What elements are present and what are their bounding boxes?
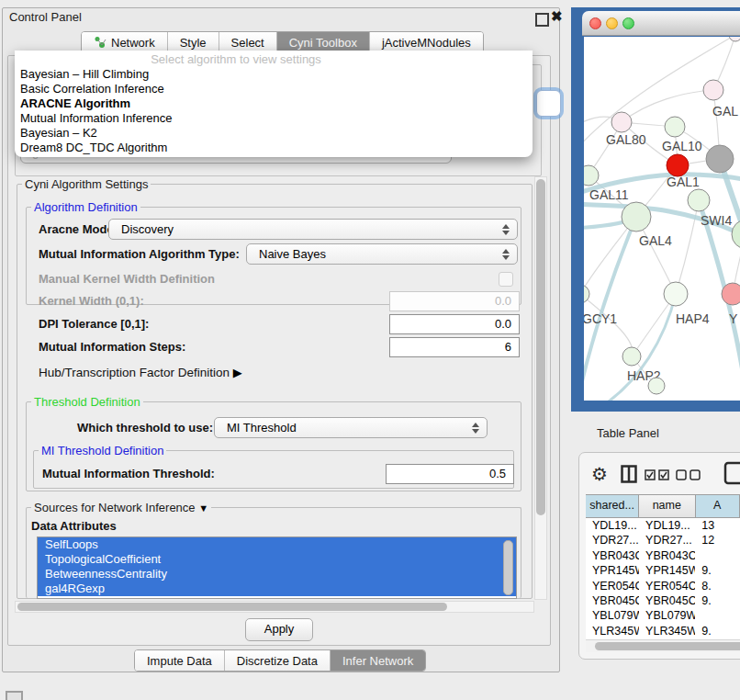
table-horizontal-scrollbar-thumb[interactable]: [595, 642, 740, 650]
network-tab-icon: [94, 36, 107, 49]
table-cell: YLR345W: [639, 624, 695, 638]
aracne-mode-combobox[interactable]: Discovery: [108, 219, 518, 240]
which-threshold-combobox[interactable]: MI Threshold: [214, 417, 488, 438]
gear-icon[interactable]: ⚙: [591, 463, 608, 485]
network-node-gal10[interactable]: [665, 117, 685, 137]
list-scrollbar-thumb[interactable]: [503, 540, 513, 595]
network-node-hap4[interactable]: [664, 282, 688, 306]
expander-down-icon: ▼: [198, 502, 208, 514]
table-cell: 9.: [695, 624, 740, 638]
data-attribute-item[interactable]: SelfLoops: [38, 537, 516, 552]
table-row[interactable]: YDR27...YDR27...12: [586, 533, 740, 548]
table-cell: YPR145W: [639, 563, 695, 578]
manual-kernel-width-checkbox[interactable]: [499, 272, 513, 287]
table-cell: YBR043C: [639, 548, 695, 563]
table-cell: 9.: [695, 563, 740, 578]
aracne-mode-value: Discovery: [121, 222, 174, 236]
table-row[interactable]: YPR145WYPR145W9.: [586, 563, 740, 578]
hub-definition-expander[interactable]: Hub/Transcription Factor Definition ▶: [39, 366, 242, 379]
sources-group-header[interactable]: Sources for Network Inference ▼: [31, 501, 211, 514]
column-header[interactable]: A: [696, 495, 740, 517]
algorithm-combobox-focused-fragment[interactable]: [536, 90, 561, 117]
table-cell: [695, 548, 740, 563]
node-label: HAP4: [676, 311, 710, 326]
table-cell: [695, 608, 740, 623]
column-header[interactable]: shared...: [586, 495, 639, 517]
table-row[interactable]: YBL079WYBL079W: [586, 608, 740, 623]
network-node-gal4[interactable]: [622, 202, 651, 231]
table-row[interactable]: YER054CYER054C8.: [586, 579, 740, 593]
algorithm-option[interactable]: Mutual Information Inference: [15, 111, 533, 126]
tab-infer-network[interactable]: Infer Network: [330, 650, 425, 671]
dpi-tolerance-field[interactable]: 0.0: [389, 314, 520, 334]
close-window-icon[interactable]: [589, 17, 601, 29]
table-cell: YBL079W: [639, 608, 695, 623]
table-horizontal-scrollbar[interactable]: [586, 639, 740, 652]
tab-impute-data[interactable]: Impute Data: [135, 650, 224, 671]
network-node-gal[interactable]: [703, 80, 723, 100]
mi-steps-field[interactable]: 6: [389, 337, 520, 357]
node-label: GAL1: [667, 175, 700, 189]
tab-jactivemnodules[interactable]: jActiveMNodules: [369, 32, 483, 52]
kernel-width-field[interactable]: 0.0: [389, 291, 520, 311]
table-row[interactable]: YBR045CYBR045C9.: [586, 593, 740, 608]
column-header[interactable]: name: [639, 495, 695, 517]
algorithm-option[interactable]: Bayesian – K2: [15, 126, 533, 141]
table-cell: 9.: [695, 593, 740, 608]
data-attribute-item[interactable]: BetweennessCentrality: [38, 567, 516, 581]
network-node[interactable]: [732, 220, 740, 249]
table-partial-icon[interactable]: [723, 461, 740, 485]
zoom-window-icon[interactable]: [622, 17, 634, 29]
threshold-definition-title: Threshold Definition: [31, 395, 143, 409]
table-row[interactable]: YLR345WYLR345W9.: [586, 624, 740, 638]
network-node-gal1[interactable]: [706, 145, 734, 173]
network-graph[interactable]: GALGAL80GAL10GAL1GAL11SWI4GAL4GCY1HAP4YH…: [584, 37, 740, 401]
network-node[interactable]: [667, 154, 689, 176]
settings-vertical-scrollbar[interactable]: [534, 176, 547, 600]
mi-algorithm-type-label: Mutual Information Algorithm Type:: [39, 247, 240, 261]
table-row[interactable]: YDL19...YDL19...13: [586, 518, 740, 533]
table-cell: YPR145W: [586, 563, 639, 578]
settings-horizontal-scrollbar-thumb[interactable]: [17, 603, 447, 611]
mi-algorithm-type-combobox[interactable]: Naive Bayes: [246, 243, 518, 265]
deselect-boxes-icon[interactable]: [676, 469, 701, 480]
settings-horizontal-scrollbar[interactable]: [15, 601, 534, 613]
table-cell: 12: [695, 533, 740, 548]
data-attribute-item[interactable]: TopologicalCoefficient: [38, 552, 516, 567]
network-node-y[interactable]: [722, 283, 740, 305]
tab-style[interactable]: Style: [167, 32, 219, 52]
close-panel-icon[interactable]: ✖: [551, 8, 563, 25]
algorithm-option[interactable]: ARACNE Algorithm: [15, 96, 533, 111]
tab-cyni-toolbox[interactable]: Cyni Toolbox: [276, 32, 369, 52]
table-row[interactable]: YBR043CYBR043C: [586, 548, 740, 563]
network-canvas[interactable]: GALGAL80GAL10GAL1GAL11SWI4GAL4GCY1HAP4YH…: [584, 37, 740, 401]
network-node-gal80[interactable]: [611, 112, 632, 132]
algorithm-option[interactable]: Basic Correlation Inference: [15, 82, 533, 96]
table-panel-title: Table Panel: [597, 426, 659, 440]
select-all-checks-icon[interactable]: [645, 469, 670, 480]
network-window-titlebar[interactable]: [582, 11, 740, 36]
network-node-hap2[interactable]: [622, 347, 641, 366]
node-label: GAL: [712, 104, 738, 119]
data-attribute-item[interactable]: gal4RGexp: [38, 581, 516, 596]
settings-vertical-scrollbar-thumb[interactable]: [536, 179, 545, 515]
tab-discretize-data[interactable]: Discretize Data: [224, 650, 330, 671]
float-window-icon[interactable]: [535, 13, 549, 27]
algorithm-option[interactable]: Dream8 DC_TDC Algorithm: [15, 141, 533, 155]
network-node[interactable]: [648, 378, 665, 394]
minimize-window-icon[interactable]: [606, 17, 618, 29]
split-columns-icon[interactable]: [621, 465, 637, 483]
data-attributes-label: Data Attributes: [31, 519, 117, 533]
network-node-swi4[interactable]: [688, 189, 710, 211]
algorithm-dropdown-popup: Select algorithm to view settings Bayesi…: [15, 51, 533, 157]
node-label: GAL10: [662, 139, 702, 153]
apply-button[interactable]: Apply: [245, 618, 313, 641]
tab-network[interactable]: Network: [82, 32, 167, 52]
table-cell: YBL079W: [586, 608, 639, 623]
tab-select[interactable]: Select: [219, 32, 276, 52]
algorithm-option[interactable]: Bayesian – Hill Climbing: [15, 67, 533, 82]
mi-threshold-field[interactable]: 0.5: [386, 464, 514, 484]
minimized-panel-icon[interactable]: [6, 691, 23, 700]
table-cell: YDL19...: [639, 518, 695, 533]
network-node[interactable]: [729, 37, 740, 41]
